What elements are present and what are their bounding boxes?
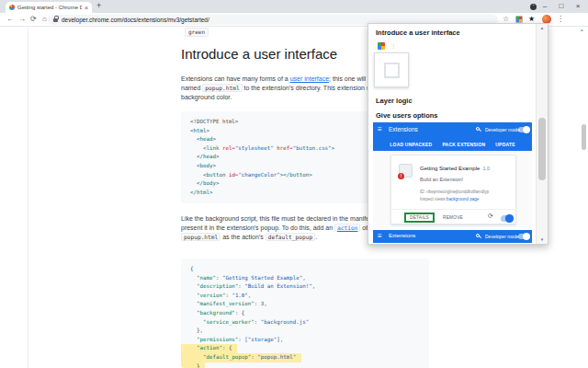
pinned-extension-icon[interactable]: ★	[528, 15, 535, 23]
text-segment: ,	[302, 275, 306, 281]
extensions-body: ! Getting Started Example1.0 Build an Ex…	[373, 151, 532, 228]
text-segment: </head>	[190, 154, 219, 159]
search-icon	[476, 234, 480, 237]
text-segment: <html>	[190, 128, 209, 133]
back-icon[interactable]: ←	[6, 15, 14, 23]
extensions-toolbar: LOAD UNPACKED PACK EXTENSION UPDATE	[373, 137, 532, 151]
tab-favicon-icon	[9, 5, 15, 10]
text-segment: </html>	[190, 190, 212, 195]
code-line: },	[190, 327, 429, 336]
text-segment	[190, 283, 197, 289]
code-block-manifest: { "name": "Getting Started Example", "de…	[181, 259, 429, 368]
text-segment: popup.html	[181, 233, 220, 241]
code-line: "background": {	[190, 309, 429, 318]
text-segment: <link	[190, 145, 222, 151]
menu-icon[interactable]: ⋮	[557, 15, 564, 23]
extension-icon[interactable]	[515, 16, 523, 23]
text-segment: },	[190, 328, 203, 333]
overflow-dots-icon: ⋮	[390, 42, 396, 49]
page-scrollbar[interactable]	[582, 124, 586, 150]
panel-scroll-up-icon[interactable]: ▲	[537, 26, 548, 30]
text-segment: ],	[277, 337, 283, 342]
text-segment: <head>	[190, 136, 216, 142]
tab-close-icon[interactable]: ×	[85, 5, 88, 11]
inspect-views: Inspect views background page	[420, 197, 479, 201]
extensions-header-2: ≡ Extensions Developer mode	[373, 230, 532, 243]
code-line: "service_worker": "background.js"	[190, 318, 429, 328]
extension-name: Getting Started Example1.0	[420, 166, 490, 171]
text-segment: "storage"	[248, 337, 277, 342]
code-line: "version": "1.0",	[190, 292, 429, 301]
text-segment: named	[181, 85, 202, 91]
text-segment: href=	[277, 145, 292, 151]
code-line-highlighted: "action": {	[181, 344, 237, 353]
inline-link[interactable]: user interface	[290, 75, 329, 82]
minimize-button[interactable]: –	[538, 0, 551, 12]
extension-enabled-toggle	[501, 215, 514, 222]
error-badge-icon: !	[398, 173, 404, 179]
hamburger-icon: ≡	[378, 233, 382, 240]
panel-scrollbar[interactable]: ▲ ▼	[536, 24, 548, 244]
text-segment: : {	[235, 310, 244, 316]
text-segment	[190, 275, 197, 281]
text-segment: "changeColor"	[238, 172, 279, 178]
close-button[interactable]: ×	[571, 0, 584, 12]
section-give-users-options[interactable]: Give users options	[376, 111, 438, 120]
developer-mode-label-2: Developer mode	[485, 234, 519, 239]
text-segment: >	[332, 145, 335, 151]
text-segment: background color.	[181, 94, 232, 100]
text-segment: "action"	[197, 345, 222, 351]
text-segment: as the action's	[220, 234, 265, 240]
text-segment: :	[254, 319, 261, 325]
text-segment: ></button>	[280, 172, 312, 178]
text-segment: {	[190, 266, 194, 271]
text-segment: ,	[248, 293, 252, 298]
developer-mode-label: Developer mode	[485, 127, 520, 132]
text-segment: present it in the extension's popup. To …	[181, 224, 334, 231]
section-layer-logic[interactable]: Layer logic	[376, 97, 413, 105]
text-segment	[190, 310, 197, 316]
text-segment: "manifest_version"	[197, 301, 254, 306]
panel-scroll-down-icon[interactable]: ▼	[537, 237, 548, 242]
code-line: "description": "Build an Extension!",	[190, 282, 429, 292]
scroll-up-icon[interactable]: ▲	[580, 28, 583, 32]
text-segment: Extensions can have many forms of a	[181, 75, 290, 82]
text-segment: "service_worker"	[203, 319, 254, 325]
reload-icon[interactable]: ⟳	[30, 15, 37, 23]
new-tab-button[interactable]: +	[96, 1, 101, 10]
browser-window: Getting started - Chrome Devel × + ˇ – □…	[0, 0, 588, 368]
bookmark-star-icon[interactable]: ☆	[503, 15, 509, 23]
text-segment	[190, 301, 197, 306]
text-segment: "permissions"	[197, 337, 238, 342]
tab-search-icon[interactable]: ˇ	[530, 4, 537, 10]
text-segment: .	[315, 234, 317, 240]
text-segment: <button	[190, 172, 229, 178]
code-line: {	[190, 265, 429, 274]
pack-extension-button: PACK EXTENSION	[442, 142, 485, 147]
text-segment: default_popup	[266, 233, 315, 241]
extension-description: Build an Extension!	[420, 177, 463, 182]
hamburger-icon: ≡	[378, 126, 382, 133]
panel-scrollbar-thumb[interactable]	[538, 118, 546, 180]
update-button: UPDATE	[495, 142, 514, 147]
text-segment: "version"	[197, 293, 225, 298]
text-segment	[190, 345, 197, 351]
extensions-page-screenshot: ≡ Extensions Developer mode LOAD UNPACKE…	[373, 122, 532, 228]
browser-tab[interactable]: Getting started - Chrome Devel ×	[6, 2, 92, 13]
text-segment: ,	[312, 283, 316, 289]
text-segment: "button.css"	[293, 145, 332, 151]
text-segment: "popup.html"	[257, 354, 296, 360]
text-segment: ,	[264, 301, 267, 306]
text-segment	[190, 319, 203, 325]
inline-link[interactable]: action	[334, 224, 360, 232]
tab-strip: Getting started - Chrome Devel × + ˇ – □…	[0, 0, 588, 13]
developer-mode-toggle-2	[518, 234, 530, 239]
page-title: Introduce a user interface	[181, 46, 337, 62]
forward-icon[interactable]: →	[18, 15, 26, 23]
home-icon[interactable]: ⌂	[42, 15, 47, 23]
maximize-button[interactable]: □	[555, 0, 568, 12]
text-segment: "name"	[197, 275, 216, 281]
extensions-header: ≡ Extensions Developer mode	[373, 122, 532, 137]
code-line: "name": "Getting Started Example",	[190, 274, 429, 283]
text-segment: "Build an Extension!"	[244, 283, 311, 289]
